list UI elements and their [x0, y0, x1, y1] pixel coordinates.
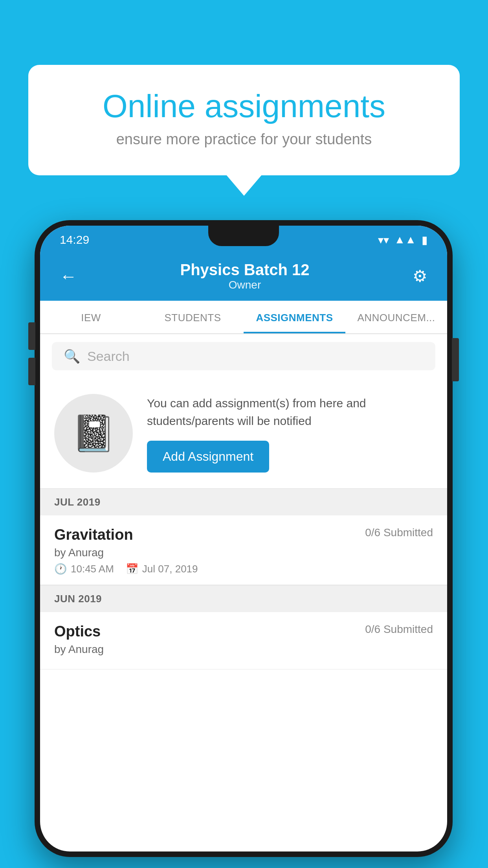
assignment-item-header: Gravitation 0/6 Submitted	[54, 526, 433, 543]
meta-date: 📅 Jul 07, 2019	[126, 563, 198, 575]
add-assignment-content: You can add assignment(s) from here and …	[147, 394, 433, 473]
add-assignment-button[interactable]: Add Assignment	[147, 441, 269, 473]
assignment-name-optics: Optics	[54, 623, 101, 640]
assignment-date: Jul 07, 2019	[142, 563, 198, 575]
assignment-item-optics[interactable]: Optics 0/6 Submitted by Anurag	[40, 612, 447, 669]
phone-screen: 14:29 ▾▾ ▲▲ ▮ ← Physics Batch 12 Owner ⚙…	[40, 226, 447, 851]
volume-buttons	[28, 322, 35, 385]
assignment-meta-gravitation: 🕐 10:45 AM 📅 Jul 07, 2019	[54, 563, 433, 575]
search-placeholder: Search	[87, 349, 130, 364]
speech-bubble-subtitle: ensure more practice for your students	[60, 131, 428, 148]
app-header: ← Physics Batch 12 Owner ⚙	[40, 254, 447, 301]
header-subtitle: Owner	[77, 279, 413, 291]
wifi-icon: ▾▾	[378, 234, 389, 246]
speech-bubble: Online assignments ensure more practice …	[28, 65, 460, 175]
assignment-time: 10:45 AM	[71, 563, 114, 575]
battery-icon: ▮	[422, 234, 427, 246]
section-header-jun: JUN 2019	[40, 586, 447, 612]
assignment-submitted-optics: 0/6 Submitted	[365, 623, 433, 636]
phone-frame: 14:29 ▾▾ ▲▲ ▮ ← Physics Batch 12 Owner ⚙…	[35, 220, 453, 857]
assignment-submitted-gravitation: 0/6 Submitted	[365, 526, 433, 539]
assignment-item-gravitation[interactable]: Gravitation 0/6 Submitted by Anurag 🕐 10…	[40, 515, 447, 585]
assignment-item-header-optics: Optics 0/6 Submitted	[54, 623, 433, 640]
add-assignment-promo: 📓 You can add assignment(s) from here an…	[40, 378, 447, 488]
phone-notch	[208, 226, 279, 246]
search-container: 🔍 Search	[40, 334, 447, 378]
assignment-by-gravitation: by Anurag	[54, 546, 433, 559]
signal-icon: ▲▲	[394, 234, 416, 246]
assignment-by-optics: by Anurag	[54, 643, 433, 656]
notebook-icon: 📓	[72, 413, 116, 454]
tab-announcements[interactable]: ANNOUNCEM...	[345, 301, 447, 333]
clock-icon: 🕐	[54, 563, 67, 575]
add-assignment-description: You can add assignment(s) from here and …	[147, 394, 433, 430]
search-bar[interactable]: 🔍 Search	[52, 342, 435, 370]
tab-assignments[interactable]: ASSIGNMENTS	[244, 301, 345, 333]
tab-iew[interactable]: IEW	[40, 301, 142, 333]
assignment-name-gravitation: Gravitation	[54, 526, 133, 543]
section-header-jul: JUL 2019	[40, 489, 447, 515]
assignment-icon-circle: 📓	[54, 394, 133, 473]
meta-time: 🕐 10:45 AM	[54, 563, 114, 575]
speech-bubble-title: Online assignments	[60, 88, 428, 124]
calendar-icon: 📅	[126, 563, 138, 575]
header-title-group: Physics Batch 12 Owner	[77, 261, 413, 291]
status-icons: ▾▾ ▲▲ ▮	[378, 234, 427, 246]
settings-button[interactable]: ⚙	[413, 267, 427, 286]
tabs-bar: IEW STUDENTS ASSIGNMENTS ANNOUNCEM...	[40, 301, 447, 334]
tab-students[interactable]: STUDENTS	[142, 301, 244, 333]
status-time: 14:29	[60, 233, 89, 246]
power-button	[452, 338, 459, 381]
search-icon: 🔍	[64, 348, 80, 364]
header-title: Physics Batch 12	[77, 261, 413, 279]
back-button[interactable]: ←	[60, 267, 77, 286]
